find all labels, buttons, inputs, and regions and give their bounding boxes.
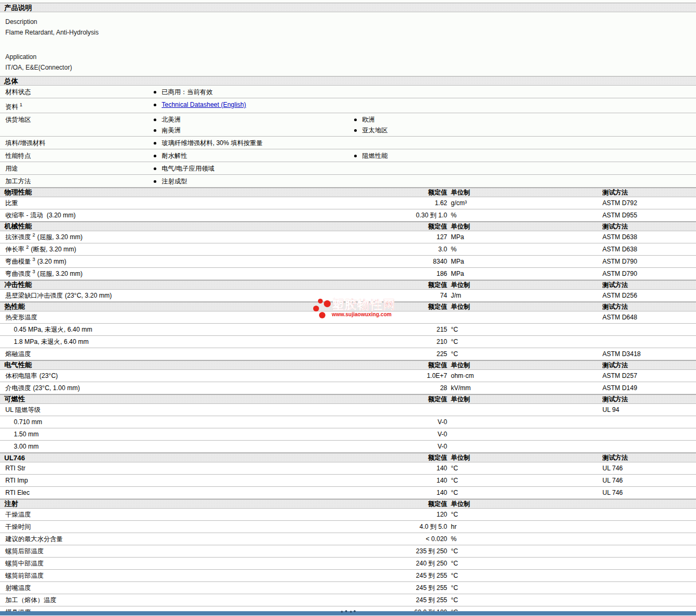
- property-unit: °C: [447, 547, 602, 555]
- watermark-logo: 塑胶物性网 www.sujiaowuxing.com: [313, 298, 396, 318]
- property-label-text: 建议的最大水分含量: [5, 535, 63, 543]
- property-label: 射嘴温度: [0, 584, 383, 593]
- property-label: 干燥时间: [0, 522, 383, 531]
- property-value: 1.62: [383, 199, 447, 207]
- property-label: 1.8 MPa, 未退火, 6.40 mm: [0, 337, 383, 347]
- property-unit: °C: [447, 465, 602, 472]
- general-label-text: 填料/增强材料: [5, 139, 45, 147]
- table-row: 螺筒中部温度 240 到 250 °C: [0, 558, 696, 570]
- property-unit: °C: [447, 584, 602, 592]
- unit-header: 单位制: [447, 500, 602, 509]
- property-label-text: 3.00 mm: [14, 443, 39, 450]
- property-label-text: 热变形温度: [5, 314, 37, 321]
- property-label-text: 抗张强度: [5, 233, 31, 241]
- watermark-site-name: 塑胶物性网: [332, 298, 396, 311]
- general-label: 填料/增强材料: [0, 138, 152, 148]
- property-label: 比重: [0, 198, 383, 208]
- general-col2: 欧洲 亚太地区: [352, 114, 552, 136]
- property-value: 4.0 到 5.0: [383, 522, 447, 531]
- rated-value-header: 额定值: [383, 453, 447, 462]
- bullet-item: 阻燃性能: [352, 150, 552, 161]
- property-value: 245 到 255: [383, 571, 447, 580]
- technical-datasheet-link[interactable]: Technical Datasheet (English): [162, 99, 246, 110]
- property-label-text: RTI Imp: [5, 477, 28, 484]
- section-title: 电气性能: [0, 360, 383, 370]
- bullet-text: 电气/电子应用领域: [162, 163, 214, 174]
- general-row: 资料1 Technical Datasheet (English): [0, 98, 696, 113]
- property-method: ASTM D638: [602, 246, 696, 253]
- rated-value-header: 额定值: [383, 361, 447, 370]
- section-header-mechanical: 机械性能 额定值 单位制 测试方法: [0, 222, 696, 231]
- property-label-text: RTI Str: [5, 465, 26, 472]
- property-condition: (3.20 mm): [37, 258, 66, 265]
- bullet-text: 欧洲: [362, 114, 375, 125]
- bullet-item: 亚太地区: [352, 125, 552, 136]
- section-bar-general: 总体: [0, 76, 696, 86]
- table-row: RTI Str 140 °C UL 746: [0, 462, 696, 475]
- table-row: 加工（熔体）温度 245 到 255 °C: [0, 594, 696, 606]
- footnote-sup: 2: [32, 232, 35, 238]
- application-label: Application: [5, 52, 696, 62]
- table-row: 3.00 mm V-0: [0, 441, 696, 453]
- footnote-sup: 1: [20, 102, 22, 107]
- section-header-flammability: 可燃性 额定值 单位制 测试方法: [0, 394, 696, 404]
- property-label: UL 阻燃等级: [0, 406, 383, 415]
- rated-value-header: 额定值: [383, 188, 447, 197]
- bullet-item: 北美洲: [152, 114, 352, 125]
- general-label-text: 资料: [5, 103, 18, 111]
- property-method: ASTM D256: [602, 292, 696, 299]
- table-row: 弯曲强度3(屈服, 3.20 mm) 186 MPa ASTM D790: [0, 268, 696, 280]
- property-value: 140: [383, 489, 447, 496]
- bullet-item: 南美洲: [152, 125, 352, 136]
- table-row: 建议的最大水分含量 < 0.020 %: [0, 533, 696, 545]
- rated-value-header: 额定值: [383, 281, 447, 290]
- test-method-header: 测试方法: [602, 222, 696, 231]
- section-title: 注射: [0, 499, 383, 509]
- property-label: RTI Imp: [0, 477, 383, 484]
- general-label: 加工方法: [0, 176, 152, 187]
- property-value: 186: [383, 270, 447, 277]
- property-unit: °C: [447, 511, 602, 518]
- test-method-header: 测试方法: [602, 453, 696, 462]
- unit-header: 单位制: [447, 361, 602, 370]
- property-value: 3.0: [383, 246, 447, 253]
- property-label-text: 弯曲强度: [5, 270, 31, 277]
- property-method: ASTM D648: [602, 314, 696, 321]
- property-unit: kV/mm: [447, 384, 602, 392]
- property-condition: (屈服, 3.20 mm): [37, 233, 82, 241]
- watermark-site-url: www.sujiaowuxing.com: [332, 311, 396, 317]
- bullet-item: 玻璃纤维增强材料, 30% 填料按重量: [152, 138, 352, 148]
- property-condition: (屈服, 3.20 mm): [37, 270, 82, 277]
- unit-header: 单位制: [447, 453, 602, 462]
- bullet-text: 南美洲: [162, 125, 181, 136]
- footnote-sup: 3: [32, 269, 35, 274]
- property-label-text: 1.8 MPa, 未退火, 6.40 mm: [14, 338, 89, 345]
- property-label-text: UL 阻燃等级: [5, 406, 40, 414]
- bullet-item: 欧洲: [352, 114, 552, 125]
- general-col1: Technical Datasheet (English): [152, 99, 352, 110]
- property-method: ASTM D3418: [602, 350, 696, 358]
- property-unit: hr: [447, 523, 602, 530]
- property-condition: (23°C, 1.00 mm): [33, 384, 80, 392]
- property-unit: %: [447, 535, 602, 543]
- table-row: 射嘴温度 245 到 255 °C: [0, 582, 696, 594]
- property-label-text: 比重: [5, 199, 18, 207]
- property-value: 215: [383, 326, 447, 333]
- property-method: UL 746: [602, 489, 696, 496]
- property-label-text: 熔融温度: [5, 350, 31, 358]
- description-label: Description: [5, 16, 696, 27]
- table-row: 抗张强度2(屈服, 3.20 mm) 127 MPa ASTM D638: [0, 231, 696, 243]
- property-value: 210: [383, 338, 447, 345]
- property-label: 1.50 mm: [0, 431, 383, 438]
- bullet-item: Technical Datasheet (English): [152, 99, 352, 110]
- property-label: 0.710 mm: [0, 418, 383, 426]
- property-method: ASTM D792: [602, 199, 696, 207]
- section-title: UL746: [0, 454, 383, 462]
- property-unit: g/cm³: [447, 199, 602, 207]
- intro-spacer: [5, 38, 696, 52]
- general-label-text: 材料状态: [5, 88, 31, 96]
- general-label: 供货地区: [0, 114, 152, 125]
- section-header-ul746: UL746 额定值 单位制 测试方法: [0, 453, 696, 462]
- property-method: ASTM D955: [602, 212, 696, 219]
- general-label-text: 用途: [5, 165, 18, 172]
